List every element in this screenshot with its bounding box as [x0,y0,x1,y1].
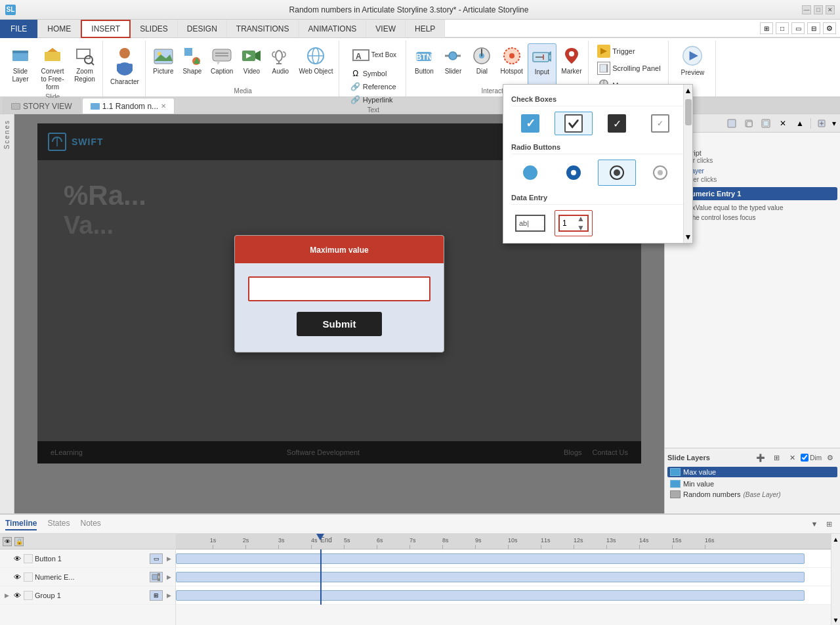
timeline-scrollbar[interactable]: ▲ ▼ [831,534,840,625]
layer-max-value[interactable]: Max value [667,467,837,477]
web-object-button[interactable]: Web Object [295,43,336,87]
data-entry-textbox[interactable]: ab| [511,210,549,236]
rp-add-button[interactable] [724,116,740,131]
track-lock-3[interactable] [24,591,33,600]
reference-button[interactable]: 🔗 Reference [348,80,399,93]
checkbox-style4[interactable]: ✓ [641,112,679,135]
shape-button[interactable]: Shape [178,43,206,87]
textbox-button[interactable]: A Text Box [348,43,399,67]
video-button[interactable]: Video [238,43,265,87]
tl-scroll-track[interactable] [831,544,840,614]
radio-style2[interactable] [555,160,593,186]
track-lock-2[interactable] [24,572,33,582]
hyperlink-button[interactable]: 🔗 Hyperlink [348,93,399,106]
radio-style4[interactable] [641,160,679,186]
checkbox-style2[interactable] [555,112,593,135]
close-button[interactable]: ✕ [826,5,835,14]
settings-icon[interactable]: ⚙ [823,22,836,34]
timeline-collapse-button[interactable]: ▼ [808,518,820,530]
popup-scroll-up[interactable]: ▲ [503,85,692,90]
button-button[interactable]: BTN Button [410,43,438,87]
preview-button[interactable]: Preview [678,43,708,79]
modal-submit-button[interactable]: Submit [297,312,383,336]
scrollbar-down-btn[interactable]: ▼ [684,231,692,243]
minimize-button[interactable]: — [802,5,811,14]
track-lock-1[interactable] [24,554,33,563]
checkbox-style1[interactable]: ✓ [511,112,549,135]
tab-slides[interactable]: SLIDES [131,20,178,38]
layout-btn2[interactable]: □ [776,22,789,34]
layers-settings-button[interactable]: ⚙ [823,451,837,464]
dial-button[interactable]: Dial [468,43,495,87]
scrollbar-thumb[interactable] [685,99,692,125]
rp-up-button[interactable]: ▲ [792,116,808,131]
rp-dropdown-arrow[interactable]: ▾ [831,119,837,128]
layout-btn3[interactable]: ▭ [791,22,805,34]
track-arrow-3[interactable]: ▶ [165,592,173,599]
scrollbar-track[interactable] [684,97,692,231]
track-eye-3[interactable]: 👁 [12,591,22,600]
symbol-button[interactable]: Ω Symbol [348,67,399,80]
slide-tab-close[interactable]: ✕ [161,102,166,110]
tab-help[interactable]: HELP [406,20,445,38]
layer-min-value[interactable]: Min value [667,479,837,489]
input-button[interactable]: Input [528,43,556,87]
caption-button[interactable]: Caption [207,43,236,87]
layers-add-button[interactable]: ➕ [753,451,768,464]
tab-insert[interactable]: INSERT [81,20,131,38]
window-controls[interactable]: — □ ✕ [802,5,835,14]
tab-animations[interactable]: ANIMATIONS [299,20,367,38]
tab-design[interactable]: DESIGN [178,20,227,38]
track-eye-2[interactable]: 👁 [12,572,22,582]
layout-btn1[interactable]: ⊞ [760,22,773,34]
track-arrow-2[interactable]: ▶ [165,573,173,581]
tab-transitions[interactable]: TRANSITIONS [227,20,299,38]
picture-button[interactable]: Picture [150,43,177,87]
slider-button[interactable]: Slider [439,43,467,87]
layout-btn4[interactable]: ⊟ [807,22,820,34]
dim-toggle[interactable]: Dim [801,451,822,464]
dim-checkbox[interactable] [801,454,808,462]
character-button[interactable]: Character [107,43,142,88]
data-entry-numeric[interactable]: 1 ▲ ▼ [555,210,593,236]
tab-notes[interactable]: Notes [81,517,101,530]
popup-scrollbar[interactable]: ▲ ▼ [683,85,692,243]
layers-delete-button[interactable]: ✕ [785,451,799,464]
track-arrow-1[interactable]: ▶ [165,555,173,563]
zoom-region-button[interactable]: ZoomRegion [71,43,98,85]
timeline-lock-header[interactable]: 🔒 [14,537,24,546]
tl-scroll-up[interactable]: ▲ [831,534,840,544]
trigger-button[interactable]: Trigger [595,43,663,59]
modal-input-field[interactable] [248,276,430,301]
playhead-indicator[interactable] [320,534,324,540]
maximize-button[interactable]: □ [814,5,823,14]
slide-tab[interactable]: 1.1 Random n... ✕ [82,98,175,114]
tab-view[interactable]: VIEW [366,20,406,38]
rp-copy-button[interactable] [741,116,757,131]
hotspot-button[interactable]: Hotspot [497,43,526,87]
layers-copy-button[interactable]: ⊞ [769,451,784,464]
tl-scroll-down[interactable]: ▼ [831,614,840,625]
rp-delete-button[interactable]: ✕ [775,116,791,131]
scrolling-panel-button[interactable]: Scrolling Panel [595,60,663,76]
tab-home[interactable]: HOME [38,20,81,38]
rp-settings-button[interactable] [814,116,830,131]
timeline-expand-button[interactable]: ⊞ [823,518,835,530]
radio-style3[interactable] [598,160,636,186]
slide-layer-button[interactable]: SlideLayer [7,43,34,85]
tab-timeline[interactable]: Timeline [5,517,37,530]
track-expand-3[interactable]: ▶ [3,592,10,599]
story-view-tab[interactable]: STORY VIEW [3,98,81,114]
layer-random-numbers[interactable]: Random numbers (Base Layer) [667,489,837,500]
timeline-eye-header[interactable]: 👁 [3,537,12,546]
checkbox-style3[interactable]: ✓ [598,112,636,135]
marker-button[interactable]: Marker [558,43,585,87]
convert-freeform-button[interactable]: Convertto Free-form [35,43,70,93]
rp-paste-button[interactable] [758,116,774,131]
track-eye-1[interactable]: 👁 [12,554,22,563]
audio-button[interactable]: Audio [266,43,294,87]
tab-states[interactable]: States [47,517,70,530]
scrollbar-up-btn[interactable]: ▲ [684,85,692,97]
radio-style1[interactable] [511,160,549,186]
tab-file[interactable]: FILE [0,20,38,38]
